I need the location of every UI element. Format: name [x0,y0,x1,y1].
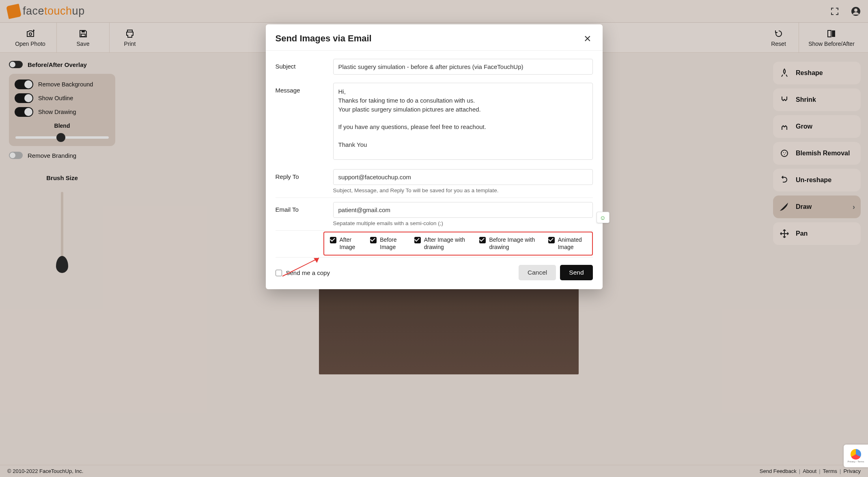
close-icon[interactable]: × [582,32,593,45]
send-email-modal: Send Images via Email × Subject Message … [266,24,603,289]
emoji-picker-icon[interactable]: ☺ [597,212,610,223]
attach-after[interactable]: After Image [330,236,359,251]
attach-animated[interactable]: Animated Image [548,236,586,251]
send-copy-row[interactable]: Send me a copy [276,269,330,276]
emailto-input[interactable] [333,202,593,218]
checkbox-icon[interactable] [330,237,336,243]
modal-title: Send Images via Email [276,33,372,44]
message-textarea[interactable] [333,83,593,160]
emailto-label: Email To [276,202,323,213]
checkbox-icon[interactable] [548,237,555,243]
template-hint: Subject, Message, and Reply To will be s… [333,187,593,193]
cancel-button[interactable]: Cancel [519,265,556,280]
recaptcha-text: Privacy - Terms [847,460,864,463]
send-copy-label: Send me a copy [286,269,330,276]
attach-after-drawing[interactable]: After Image with drawing [414,236,468,251]
replyto-input[interactable] [333,169,593,185]
attach-label: Animated Image [558,236,586,251]
subject-input[interactable] [333,59,593,75]
attach-before[interactable]: Before Image [370,236,403,251]
attach-label: After Image [340,236,359,251]
attachments-row: After Image Before Image After Image wit… [323,232,593,256]
attach-before-drawing[interactable]: Before Image with drawing [479,236,536,251]
send-button[interactable]: Send [560,265,592,280]
attach-label: After Image with drawing [424,236,468,251]
checkbox-icon[interactable] [414,237,421,243]
attach-label: Before Image with drawing [489,236,536,251]
subject-label: Subject [276,59,323,70]
recaptcha-icon [851,449,861,460]
emailto-hint: Sepatate multiple emails with a semi-col… [333,220,593,226]
attach-label: Before Image [380,236,403,251]
message-label: Message [276,83,323,94]
checkbox-icon[interactable] [370,237,377,243]
recaptcha-badge: Privacy - Terms [844,445,868,467]
checkbox-icon[interactable] [479,237,486,243]
replyto-label: Reply To [276,169,323,180]
modal-overlay: Send Images via Email × Subject Message … [0,0,868,477]
checkbox-icon[interactable] [276,270,282,276]
